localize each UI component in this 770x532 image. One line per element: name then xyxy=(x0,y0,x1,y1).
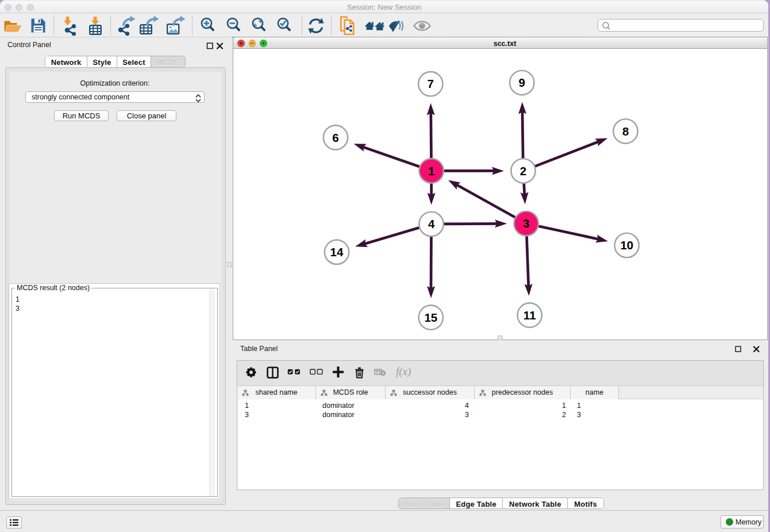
svg-text:9: 9 xyxy=(519,76,525,89)
svg-text:4: 4 xyxy=(428,217,435,230)
svg-text:15: 15 xyxy=(424,311,437,324)
svg-text:10: 10 xyxy=(620,238,633,252)
svg-text:1: 1 xyxy=(428,164,434,178)
svg-text:2: 2 xyxy=(520,164,526,178)
svg-text:11: 11 xyxy=(523,309,536,322)
svg-text:6: 6 xyxy=(332,131,338,144)
svg-text:8: 8 xyxy=(622,125,629,138)
svg-text:7: 7 xyxy=(428,77,434,90)
svg-text:3: 3 xyxy=(523,217,529,230)
svg-text:14: 14 xyxy=(330,245,344,259)
